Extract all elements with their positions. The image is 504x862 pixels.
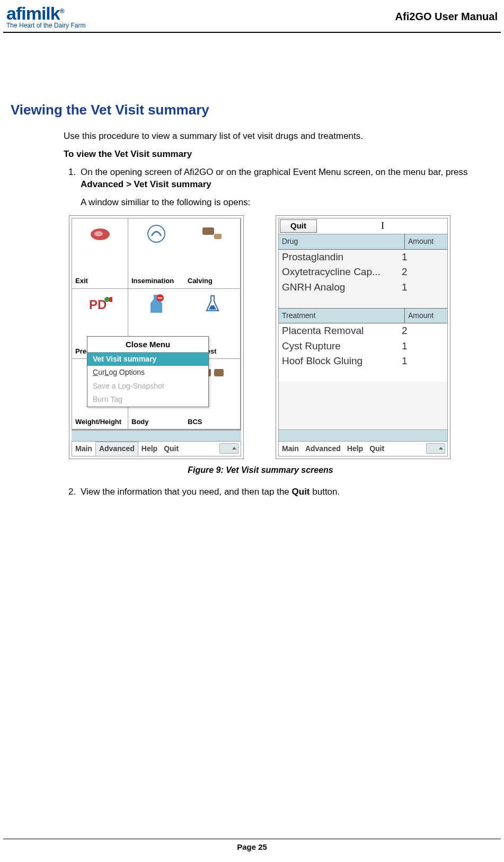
blank-band [72,430,241,442]
step-2-bold: Quit [292,487,310,497]
keyboard-icon[interactable] [219,443,238,454]
menu-save-snapshot: Save a Log-Snapshot [87,380,208,393]
page-header: afimilk® The Heart of the Dairy Farm Afi… [3,0,501,33]
svg-point-2 [148,225,165,242]
advanced-popup-menu: Close Menu Vet Visit summary CurLog Opti… [87,336,209,407]
step-list: On the opening screen of Afi2GO or on th… [64,166,493,499]
table-row: Oxytetracycline Cap...2 [279,265,447,280]
svg-rect-15 [214,369,224,376]
logo: afimilk® The Heart of the Dairy Farm [6,4,85,29]
figure-caption: Figure 9: Vet Visit summary screens [28,464,493,476]
step-1-text: On the opening screen of Afi2GO or on th… [81,167,468,177]
cell-label: Calving [184,276,213,286]
step-1-bold: Advanced > Vet Visit summary [81,179,211,189]
dry-bottle-icon [143,293,170,315]
ribbon-main[interactable]: Main [279,444,302,454]
bottom-band [279,429,447,441]
procedure-heading: To view the Vet Visit summary [64,148,493,161]
ribbon-quit[interactable]: Quit [161,444,182,454]
treatment-table-body: Placenta Removal2 Cyst Rupture1 Hoof Blo… [279,323,447,382]
menu-ribbon: Main Advanced Help Quit [278,442,448,456]
event-grid: ✥ Exit [72,218,241,430]
drug-table-header: Drug Amount [279,234,447,250]
table-row: Placenta Removal2 [279,323,447,339]
content-area: Viewing the Vet Visit summary Use this p… [0,33,504,498]
table-row: Prostaglandin1 [279,250,447,265]
cell-label: Body [128,417,149,427]
screenshot-event-menu: ✥ Exit [69,215,244,459]
ribbon-main[interactable]: Main [72,444,95,454]
cell-calving[interactable]: Calving [184,218,241,289]
logo-wordmark: afimilk® [6,4,85,22]
page: afimilk® The Heart of the Dairy Farm Afi… [0,0,504,862]
body-text: Use this procedure to view a summary lis… [64,130,493,498]
table-row: Cyst Rupture1 [279,339,447,354]
screenshot-vet-summary: Quit I Drug Amount Prostaglandin1 Oxytet… [276,215,450,459]
cow-calf-icon [199,223,226,245]
svg-text:PD: PD [89,297,107,312]
step-1-followup: A window similiar to the following is op… [81,196,493,209]
page-footer: Page 25 [3,839,501,851]
flask-icon [199,293,226,315]
svg-rect-9 [158,297,162,298]
col-amount: Amount [405,234,447,249]
quit-row: Quit I [279,218,447,234]
logo-tagline: The Heart of the Dairy Farm [6,22,85,29]
popup-title[interactable]: Close Menu [87,337,208,353]
meat-icon [87,223,113,245]
col-treatment: Treatment [279,309,405,323]
ribbon-quit[interactable]: Quit [366,444,387,454]
step-2: View the information that you need, and … [78,486,493,498]
step-2-tail: button. [310,487,340,497]
keyboard-icon[interactable] [426,443,445,454]
logo-text: afimilk [6,3,60,23]
drug-table-body: Prostaglandin1 Oxytetracycline Cap...2 G… [279,250,447,308]
step-2-text: View the information that you need, and … [81,487,292,497]
svg-rect-3 [202,227,214,235]
registered-icon: ® [60,7,64,15]
figure-row: ✥ Exit [69,215,493,459]
menu-vet-visit-summary[interactable]: Vet Visit summary [87,353,208,366]
col-amount: Amount [405,309,447,323]
svg-rect-4 [214,234,222,239]
summary-body: Quit I Drug Amount Prostaglandin1 Oxytet… [278,218,448,442]
document-title: Afi2GO User Manual [395,11,498,23]
page-number: Page 25 [237,842,267,851]
intro-paragraph: Use this procedure to view a summary lis… [64,130,493,143]
cell-exit[interactable]: Exit [72,218,128,289]
col-drug: Drug [279,234,405,249]
section-heading: Viewing the Vet Visit summary [11,102,493,118]
menu-ribbon: Main Advanced Help Quit [72,442,241,456]
menu-curlog-options[interactable]: CurLog Options [87,366,208,380]
quit-button[interactable]: Quit [280,219,317,233]
cell-label: Weight/Height [72,417,121,427]
step-1: On the opening screen of Afi2GO or on th… [78,166,493,477]
pd-icon: PD [87,293,113,315]
cell-insemination[interactable]: Insemination [128,218,184,289]
svg-point-1 [94,231,103,236]
cell-label: BCS [184,417,202,427]
treatment-table-header: Treatment Amount [279,308,447,324]
text-cursor-icon: I [318,218,447,234]
menu-burn-tag: Burn Tag [87,393,208,407]
ribbon-help[interactable]: Help [344,444,366,454]
cell-label: Insemination [128,276,174,286]
ribbon-advanced[interactable]: Advanced [302,444,344,454]
table-row: Hoof Block Gluing1 [279,354,447,369]
gap [279,382,447,429]
cell-label: Exit [72,276,88,286]
ribbon-help[interactable]: Help [138,444,161,454]
ribbon-advanced[interactable]: Advanced [95,442,138,456]
insemination-icon [143,223,170,245]
table-row: GNRH Analog1 [279,280,447,295]
svg-point-7 [109,297,112,302]
